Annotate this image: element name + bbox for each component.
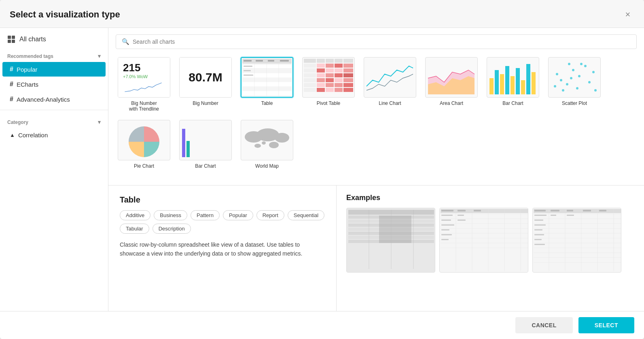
svg-rect-32 bbox=[326, 64, 334, 68]
svg-rect-172 bbox=[534, 244, 545, 245]
svg-rect-140 bbox=[441, 239, 449, 240]
svg-rect-25 bbox=[304, 59, 316, 63]
sidebar-tag-popular[interactable]: # Popular bbox=[2, 62, 106, 77]
hash-icon: # bbox=[10, 96, 13, 103]
svg-rect-26 bbox=[317, 59, 325, 63]
chart-grid: 215 +7.0% WoW Big Numberwith Trendline bbox=[116, 55, 637, 171]
search-icon: 🔍 bbox=[122, 38, 129, 45]
svg-rect-134 bbox=[458, 215, 464, 216]
svg-rect-10 bbox=[242, 78, 292, 82]
svg-rect-141 bbox=[533, 208, 621, 273]
chart-card-world-map[interactable]: World Map bbox=[239, 118, 295, 171]
chevron-down-icon-2 bbox=[98, 119, 101, 125]
svg-rect-93 bbox=[182, 129, 185, 157]
svg-point-81 bbox=[578, 75, 580, 77]
tag-additive[interactable]: Additive bbox=[120, 210, 150, 220]
svg-rect-67 bbox=[500, 74, 504, 94]
sidebar-tag-correlation[interactable]: ▲ Correlation bbox=[2, 128, 106, 142]
svg-rect-170 bbox=[534, 234, 544, 235]
chart-card-scatter-plot[interactable]: Scatter Plot bbox=[546, 55, 603, 113]
svg-rect-138 bbox=[441, 229, 449, 230]
svg-point-75 bbox=[554, 85, 556, 87]
svg-rect-132 bbox=[474, 210, 481, 211]
chart-card-table[interactable]: Table bbox=[239, 55, 295, 113]
example-thumb-3[interactable] bbox=[532, 208, 621, 273]
svg-rect-161 bbox=[567, 210, 573, 211]
svg-rect-57 bbox=[326, 88, 334, 92]
tag-business[interactable]: Business bbox=[154, 210, 187, 220]
sidebar-all-charts[interactable]: All charts bbox=[0, 31, 108, 47]
svg-rect-115 bbox=[440, 208, 528, 273]
svg-rect-27 bbox=[326, 59, 334, 63]
svg-rect-142 bbox=[534, 209, 621, 213]
svg-rect-53 bbox=[335, 83, 343, 87]
dialog-header: Select a visualization type × bbox=[0, 0, 644, 28]
detail-right: Examples bbox=[337, 185, 644, 311]
svg-rect-139 bbox=[441, 234, 452, 235]
tag-sequential[interactable]: Sequential bbox=[288, 210, 324, 220]
chart-thumb bbox=[241, 120, 293, 160]
svg-rect-33 bbox=[335, 64, 343, 68]
svg-rect-52 bbox=[326, 83, 334, 87]
chart-card-bar-chart[interactable]: Bar Chart bbox=[485, 55, 541, 113]
svg-rect-165 bbox=[551, 215, 556, 216]
tag-popular[interactable]: Popular bbox=[223, 210, 253, 220]
cancel-button[interactable]: CANCEL bbox=[515, 317, 572, 333]
svg-rect-23 bbox=[244, 75, 253, 76]
svg-rect-44 bbox=[343, 73, 353, 77]
svg-rect-31 bbox=[317, 64, 325, 68]
correlation-label: Correlation bbox=[18, 132, 48, 139]
select-button[interactable]: SELECT bbox=[578, 317, 634, 333]
search-input[interactable] bbox=[133, 38, 631, 45]
svg-rect-65 bbox=[489, 78, 494, 94]
example-thumb-2[interactable] bbox=[439, 208, 528, 273]
chart-card-line-chart[interactable]: Line Chart bbox=[362, 55, 418, 113]
svg-rect-51 bbox=[317, 83, 325, 87]
chart-thumb bbox=[364, 57, 416, 98]
chart-thumb bbox=[548, 57, 601, 98]
svg-rect-72 bbox=[526, 64, 530, 94]
tag-report[interactable]: Report bbox=[256, 210, 284, 220]
chart-label: Line Chart bbox=[379, 100, 401, 106]
chart-card-big-number[interactable]: 80.7M Big Number bbox=[177, 55, 234, 113]
tag-pattern[interactable]: Pattern bbox=[191, 210, 220, 220]
main-area: 🔍 215 +7.0% WoW bbox=[108, 28, 644, 311]
svg-rect-167 bbox=[534, 220, 543, 221]
detail-area: Table Additive Business Pattern Popular … bbox=[108, 185, 644, 311]
svg-rect-12 bbox=[242, 87, 292, 91]
close-button[interactable]: × bbox=[621, 8, 634, 21]
svg-rect-137 bbox=[441, 224, 454, 226]
svg-rect-3 bbox=[12, 40, 15, 43]
chart-area: 🔍 215 +7.0% WoW bbox=[108, 28, 644, 185]
chart-label: Table bbox=[261, 100, 273, 106]
svg-point-84 bbox=[592, 71, 595, 73]
sidebar-tag-advanced-analytics[interactable]: # Advanced-Analytics bbox=[2, 92, 106, 107]
svg-point-79 bbox=[572, 69, 574, 71]
category-section[interactable]: Category bbox=[0, 113, 108, 128]
chart-label: Bar Chart bbox=[195, 163, 216, 169]
recommended-tags-section[interactable]: Recommended tags bbox=[0, 47, 108, 62]
svg-rect-39 bbox=[343, 68, 353, 72]
tag-tabular[interactable]: Tabular bbox=[120, 224, 149, 234]
svg-rect-11 bbox=[242, 82, 292, 86]
tag-description[interactable]: Description bbox=[153, 224, 191, 234]
svg-rect-169 bbox=[534, 229, 542, 230]
chart-thumb bbox=[487, 57, 539, 98]
chart-thumb bbox=[118, 120, 170, 160]
sidebar-tag-echarts[interactable]: # ECharts bbox=[2, 77, 106, 92]
sidebar-divider bbox=[0, 110, 108, 110]
chart-label: Bar Chart bbox=[502, 100, 523, 106]
svg-rect-70 bbox=[516, 68, 520, 94]
chart-card-area-chart[interactable]: Area Chart bbox=[423, 55, 480, 113]
dialog-footer: CANCEL SELECT bbox=[0, 311, 644, 339]
example-thumb-1[interactable] bbox=[346, 208, 435, 273]
svg-rect-34 bbox=[343, 64, 353, 68]
svg-rect-66 bbox=[495, 70, 499, 94]
chart-thumb: 215 +7.0% WoW bbox=[118, 57, 170, 98]
svg-rect-46 bbox=[317, 78, 325, 82]
chart-card-pivot-table[interactable]: Pivot Table bbox=[300, 55, 357, 113]
chart-card-bar-chart-2[interactable]: Bar Chart bbox=[177, 118, 234, 171]
recommended-tags-label: Recommended tags bbox=[7, 53, 53, 59]
chart-card-big-number-trendline[interactable]: 215 +7.0% WoW Big Numberwith Trendline bbox=[116, 55, 172, 113]
chart-card-pie-chart[interactable]: Pie Chart bbox=[116, 118, 172, 171]
